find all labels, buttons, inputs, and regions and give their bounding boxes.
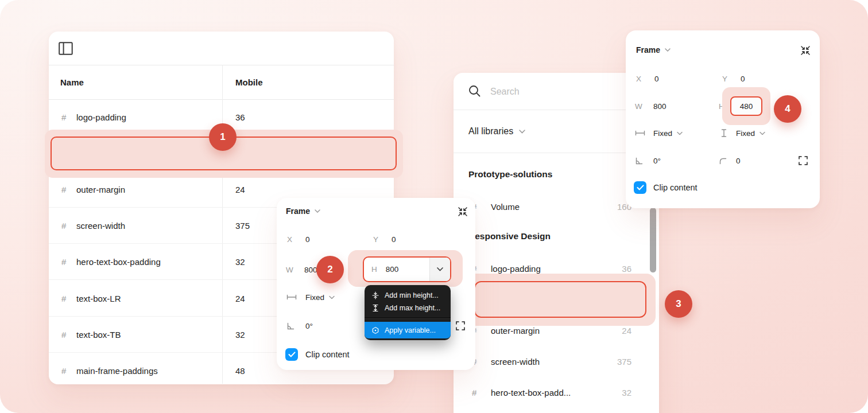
- y-value[interactable]: 0: [392, 235, 396, 244]
- number-variable-icon: #: [61, 185, 66, 194]
- number-variable-icon: #: [61, 221, 66, 231]
- frame-title-dropdown[interactable]: Frame: [286, 206, 320, 216]
- search-icon: [468, 85, 481, 98]
- chevron-down-icon: [760, 131, 765, 135]
- highlight-ring-picker-row: [474, 281, 646, 318]
- variable-name: outer-margin: [491, 326, 540, 336]
- variable-name: text-box-TB: [76, 329, 121, 339]
- horizontal-sizing-value: Fixed: [653, 129, 672, 138]
- clip-content-label: Clip content: [305, 350, 350, 359]
- horizontal-sizing-dropdown[interactable]: Fixed: [305, 293, 335, 302]
- chevron-down-icon: [329, 295, 335, 299]
- table-toolbar: [49, 32, 394, 65]
- variable-value[interactable]: 24: [235, 293, 245, 303]
- variable-value[interactable]: 48: [235, 365, 245, 375]
- clip-content-label: Clip content: [653, 183, 698, 192]
- toggle-sidebar-button[interactable]: [57, 40, 73, 56]
- clip-content-checkbox[interactable]: [634, 181, 646, 194]
- variable-name: Volume: [491, 202, 520, 212]
- rotation-icon: [286, 322, 295, 330]
- step-badge-3: 3: [665, 290, 692, 318]
- horizontal-sizing-icon: [286, 294, 297, 300]
- variable-name: screen-width: [76, 221, 125, 231]
- menu-item-apply-variable[interactable]: Apply variable...: [365, 322, 451, 338]
- x-label: X: [636, 75, 641, 83]
- collapse-panel-button[interactable]: [458, 206, 468, 217]
- sidebar-icon: [59, 42, 73, 55]
- collapse-icon: [800, 45, 811, 56]
- frame-title: Frame: [636, 45, 660, 54]
- search-input[interactable]: [489, 73, 635, 111]
- variable-name: hero-text-box-padd...: [491, 388, 571, 398]
- number-variable-icon: #: [472, 388, 476, 398]
- rotation-value[interactable]: 0°: [653, 157, 661, 165]
- number-variable-icon: #: [61, 293, 66, 303]
- variable-value[interactable]: 32: [235, 257, 245, 267]
- width-value[interactable]: 800: [304, 266, 317, 274]
- variable-name: screen-width: [491, 357, 540, 367]
- picker-row-hero-text-box-padding[interactable]: # hero-text-box-padd... 32: [454, 377, 659, 408]
- chevron-down-icon: [665, 48, 671, 52]
- frame-title: Frame: [286, 206, 310, 216]
- horizontal-sizing-icon: [635, 130, 645, 136]
- section-title-responsive-design: Responsive Design: [468, 231, 551, 241]
- variable-name: text-box-LR: [76, 293, 121, 303]
- variable-name: logo-padding: [76, 112, 126, 122]
- library-filter-label: All libraries: [468, 126, 513, 137]
- min-height-icon: [371, 291, 379, 299]
- height-value[interactable]: 800: [386, 265, 429, 274]
- menu-item-add-max-height[interactable]: Add max height...: [365, 302, 451, 314]
- chevron-down-icon: [677, 131, 683, 135]
- x-label: X: [287, 235, 292, 244]
- width-value[interactable]: 800: [653, 102, 666, 111]
- height-value-box[interactable]: 480: [730, 96, 762, 116]
- variable-value: 375: [617, 357, 631, 367]
- width-label: W: [286, 266, 293, 274]
- y-label: Y: [373, 235, 378, 244]
- frame-properties-panel: Frame X 0 Y 0 W 800 H 800 Fixed: [277, 198, 475, 370]
- x-value[interactable]: 0: [654, 75, 659, 83]
- y-value[interactable]: 0: [741, 75, 745, 83]
- variable-name: logo-padding: [491, 264, 541, 274]
- height-label: H: [371, 265, 377, 274]
- number-variable-icon: #: [61, 112, 66, 122]
- menu-separator: [365, 318, 451, 318]
- variable-value: 32: [622, 388, 631, 398]
- menu-item-label: Add min height...: [385, 291, 439, 299]
- variable-value[interactable]: 24: [235, 185, 245, 194]
- x-value[interactable]: 0: [305, 235, 310, 244]
- height-dropdown-button[interactable]: [429, 258, 450, 281]
- menu-item-label: Add max height...: [385, 304, 440, 312]
- clip-content-checkbox[interactable]: [285, 348, 298, 361]
- horizontal-sizing-dropdown[interactable]: Fixed: [653, 129, 683, 138]
- variable-value[interactable]: 375: [235, 221, 250, 231]
- chevron-down-icon: [437, 267, 443, 271]
- table-header-row: Name Mobile: [49, 65, 394, 100]
- vertical-sizing-dropdown[interactable]: Fixed: [736, 129, 765, 138]
- variable-name: outer-margin: [76, 185, 125, 194]
- number-variable-icon: #: [61, 257, 66, 267]
- check-icon: [637, 185, 644, 190]
- collapse-panel-button[interactable]: [800, 45, 811, 56]
- rotation-value[interactable]: 0°: [305, 322, 313, 330]
- independent-corners-icon[interactable]: [455, 321, 466, 331]
- collapse-icon: [458, 206, 468, 217]
- picker-row-screen-width[interactable]: # screen-width 375: [454, 346, 659, 377]
- max-height-icon: [371, 304, 379, 312]
- height-value: 480: [740, 102, 753, 111]
- chevron-down-icon: [519, 130, 525, 134]
- variable-value: 24: [622, 326, 631, 336]
- height-input[interactable]: H 800: [363, 256, 451, 282]
- horizontal-sizing-value: Fixed: [305, 293, 324, 302]
- menu-item-add-min-height[interactable]: Add min height...: [365, 289, 451, 302]
- corner-radius-icon: [719, 157, 727, 165]
- scrollbar-thumb[interactable]: [650, 208, 656, 272]
- variable-value[interactable]: 32: [235, 329, 245, 339]
- frame-title-dropdown[interactable]: Frame: [636, 45, 671, 54]
- corner-radius-value[interactable]: 0: [736, 157, 741, 165]
- variable-value[interactable]: 36: [235, 112, 245, 122]
- rotation-icon: [635, 157, 644, 165]
- pink-background: Name Mobile # logo-padding 36 # main-img…: [0, 0, 868, 413]
- number-variable-icon: #: [61, 365, 66, 375]
- independent-corners-icon[interactable]: [798, 155, 808, 166]
